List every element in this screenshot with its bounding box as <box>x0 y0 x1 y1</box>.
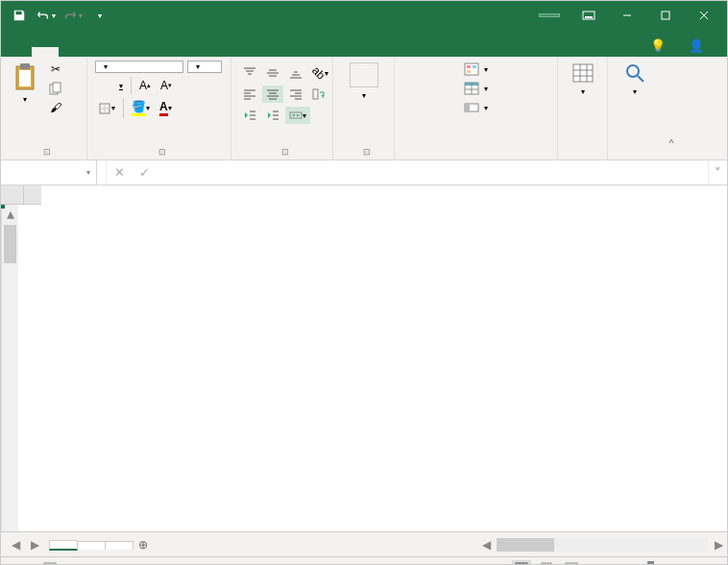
tab-file[interactable] <box>5 47 32 57</box>
zoom-in-button[interactable]: + <box>694 560 714 566</box>
svg-rect-46 <box>467 70 471 73</box>
bold-button[interactable] <box>95 77 103 94</box>
cells-icon <box>571 62 595 84</box>
search-icon <box>624 62 645 84</box>
orientation-button[interactable]: ab▾ <box>308 64 332 82</box>
macro-record-icon[interactable] <box>43 561 57 566</box>
tab-view[interactable] <box>193 47 220 57</box>
border-icon <box>99 103 110 114</box>
signin-button[interactable] <box>539 13 560 17</box>
share-button[interactable]: 👤 <box>681 35 716 57</box>
wrap-icon <box>312 87 326 101</box>
align-middle-button[interactable] <box>262 64 283 82</box>
view-page-layout-icon[interactable] <box>537 560 556 566</box>
vertical-scrollbar[interactable]: ▴ <box>1 205 18 531</box>
sheet-nav-next-icon[interactable]: ▶ <box>26 538 43 552</box>
paste-button[interactable]: ▾ <box>9 61 41 116</box>
view-page-break-icon[interactable] <box>562 560 581 566</box>
insert-function-icon[interactable] <box>157 160 182 184</box>
formula-input[interactable] <box>182 160 708 184</box>
wrap-text-button[interactable] <box>308 86 329 103</box>
redo-icon[interactable]: ▾ <box>61 4 85 27</box>
launcher-icon[interactable]: ⊡ <box>43 147 51 157</box>
cut-button[interactable]: ✂ <box>45 61 66 78</box>
tab-formulas[interactable] <box>112 47 139 57</box>
merge-center-button[interactable]: ▾ <box>285 107 310 124</box>
hscroll-right-icon[interactable]: ▶ <box>710 538 727 552</box>
accept-formula-icon[interactable]: ✓ <box>132 160 157 184</box>
chevron-down-icon: ▾ <box>362 91 366 100</box>
fill-color-button[interactable]: 🪣▾ <box>128 98 154 118</box>
collapse-ribbon-icon[interactable]: ˄ <box>662 57 681 160</box>
chevron-down-icon: ▾ <box>581 87 585 96</box>
select-all-corner[interactable] <box>1 185 24 205</box>
sheet-tab-1[interactable] <box>49 540 78 551</box>
align-bottom-button[interactable] <box>285 64 306 82</box>
editing-button[interactable]: ▾ <box>616 61 654 98</box>
svg-rect-7 <box>20 63 30 69</box>
svg-rect-8 <box>19 70 31 86</box>
align-center-button[interactable] <box>262 86 283 103</box>
svg-rect-53 <box>573 64 593 82</box>
cells-button[interactable]: ▾ <box>566 61 599 98</box>
align-right-button[interactable] <box>285 86 306 103</box>
increase-indent-button[interactable] <box>262 107 283 124</box>
font-size-select[interactable]: ▾ <box>187 61 222 73</box>
conditional-formatting-button[interactable]: ▾ <box>402 61 549 78</box>
font-name-select[interactable]: ▾ <box>95 61 183 73</box>
underline-button[interactable]: ▾ <box>114 77 127 94</box>
expand-formula-bar-icon[interactable]: ˅ <box>708 160 727 184</box>
tell-me-button[interactable]: 💡 <box>643 35 677 57</box>
tab-page-layout[interactable] <box>85 47 112 57</box>
number-format-button[interactable]: ▾ <box>341 61 386 102</box>
scissors-icon: ✂ <box>51 62 61 76</box>
launcher-icon[interactable]: ⊡ <box>158 147 166 157</box>
merged-cell-d4-d5[interactable] <box>1 205 5 209</box>
qat-customize-icon[interactable]: ▾ <box>87 4 112 27</box>
launcher-icon[interactable]: ⊡ <box>281 147 289 157</box>
zoom-out-button[interactable]: − <box>587 560 606 566</box>
chevron-down-icon: ▾ <box>633 87 637 96</box>
format-as-table-button[interactable]: ▾ <box>402 80 549 97</box>
view-normal-icon[interactable] <box>512 560 531 566</box>
launcher-icon[interactable]: ⊡ <box>363 147 371 157</box>
save-icon[interactable] <box>7 4 32 27</box>
close-icon[interactable] <box>685 4 723 27</box>
sheet-tab-3[interactable] <box>105 541 133 550</box>
horizontal-scrollbar[interactable] <box>497 538 708 552</box>
italic-button[interactable] <box>105 77 112 94</box>
format-painter-button[interactable]: 🖌 <box>45 99 66 116</box>
font-color-button[interactable]: A▾ <box>156 98 176 118</box>
svg-line-59 <box>638 76 643 82</box>
clipboard-icon <box>12 62 37 91</box>
borders-button[interactable]: ▾ <box>95 98 119 118</box>
decrease-font-button[interactable]: A▾ <box>157 77 176 94</box>
maximize-icon[interactable] <box>646 4 685 27</box>
svg-rect-52 <box>465 104 470 111</box>
sheet-nav-prev-icon[interactable]: ◀ <box>7 538 24 552</box>
tab-review[interactable] <box>166 47 193 57</box>
minimize-icon[interactable] <box>608 4 646 27</box>
increase-font-button[interactable]: A▴ <box>135 77 155 94</box>
name-box[interactable]: ▾ <box>1 160 97 184</box>
copy-icon <box>49 82 62 95</box>
copy-button[interactable] <box>45 80 66 97</box>
svg-rect-45 <box>473 65 476 68</box>
ribbon-options-icon[interactable] <box>570 4 608 27</box>
sheet-tab-2[interactable] <box>77 541 106 550</box>
tab-insert[interactable] <box>59 47 85 57</box>
share-icon: 👤 <box>689 38 704 53</box>
chevron-down-icon: ▾ <box>23 95 27 104</box>
tab-data[interactable] <box>139 47 166 57</box>
align-left-button[interactable] <box>239 86 260 103</box>
decrease-indent-button[interactable] <box>239 107 260 124</box>
tab-help[interactable] <box>220 47 247 57</box>
svg-rect-42 <box>290 112 302 118</box>
undo-icon[interactable]: ▾ <box>34 4 59 27</box>
hscroll-left-icon[interactable]: ◀ <box>477 538 495 552</box>
align-top-button[interactable] <box>239 64 260 82</box>
tab-home[interactable] <box>32 47 59 57</box>
add-sheet-button[interactable]: ⊕ <box>133 538 154 552</box>
cancel-formula-icon[interactable]: ✕ <box>107 160 132 184</box>
cell-styles-button[interactable]: ▾ <box>402 99 549 116</box>
